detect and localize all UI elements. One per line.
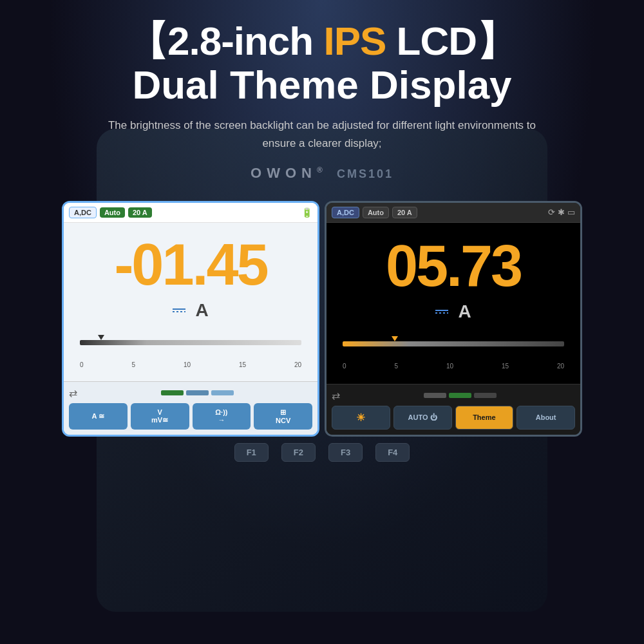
header-section: 【2.8-inch IPS LCD】 Dual Theme Display Th… — [0, 0, 644, 201]
screen-dark: A,DC Auto 20 A ⟳ ✱ ▭ 05.73 A — [325, 201, 582, 437]
fn-btn-ohm-light[interactable]: Ω·))→ — [193, 403, 251, 430]
bottom-bar-dark: ⇄ ☀ AUTO ⏻ Theme About — [327, 384, 580, 435]
ips-text: IPS — [323, 19, 386, 63]
title-line1: 【2.8-inch IPS LCD】 — [26, 19, 618, 63]
scale-dark-20: 20 — [557, 363, 564, 370]
bottom-fkeys[interactable]: F1 F2 F3 F4 — [0, 437, 644, 465]
bluetooth-icon: ✱ — [558, 207, 565, 217]
fn-btn-a-light[interactable]: A ≅ — [69, 403, 128, 430]
registered-symbol: ® — [317, 165, 328, 174]
fkey-f4[interactable]: F4 — [375, 443, 410, 462]
display-area-light: -01.45 A 0 — [64, 223, 317, 381]
bracket-close: LCD】 — [386, 19, 516, 63]
fkey-f1[interactable]: F1 — [234, 443, 269, 462]
fn-btn-about[interactable]: About — [516, 406, 575, 430]
main-value-dark: 05.73 — [386, 237, 521, 295]
scale-bar-dark — [343, 341, 564, 361]
scale-dark-0: 0 — [343, 363, 346, 370]
subtitle-text: The brightness of the screen backlight c… — [97, 117, 547, 151]
unit-row-dark: A — [435, 301, 471, 322]
main-value-light: -01.45 — [114, 236, 267, 294]
ruler-pointer-dark — [392, 336, 398, 341]
fkey-f2[interactable]: F2 — [281, 443, 316, 462]
scale-bar-light — [80, 340, 301, 359]
arrows-icon-light: ⇄ — [69, 387, 77, 399]
unit-dark: A — [458, 301, 471, 322]
indicator-row-dark: ⇄ — [332, 390, 575, 402]
arrows-icon-dark: ⇄ — [332, 390, 340, 402]
function-buttons-light[interactable]: A ≅ VmV≅ Ω·))→ ⊞NCV — [69, 403, 312, 430]
fn-btn-auto[interactable]: AUTO ⏻ — [393, 406, 452, 430]
indicator-row-light: ⇄ — [69, 387, 312, 399]
brand-name: OWON® — [251, 165, 328, 181]
status-icons-dark: ⟳ ✱ ▭ — [548, 207, 575, 217]
title-line2: Dual Theme Display — [26, 63, 618, 107]
model-text: CMS101 — [337, 167, 393, 180]
sync-icon: ⟳ — [548, 207, 555, 217]
dc-symbol-light — [173, 308, 185, 312]
main-container: 【2.8-inch IPS LCD】 Dual Theme Display Th… — [0, 0, 644, 644]
tag-auto-light: Auto — [100, 207, 125, 218]
scale-10: 10 — [184, 361, 191, 368]
tag-adc-light: A,DC — [69, 207, 97, 218]
fn-btn-theme[interactable]: Theme — [455, 406, 514, 430]
ruler-track-light — [80, 340, 301, 345]
scale-0: 0 — [80, 361, 84, 368]
bottom-bar-light: ⇄ A ≅ VmV≅ Ω·))→ ⊞NCV — [64, 381, 317, 435]
function-buttons-dark[interactable]: ☀ AUTO ⏻ Theme About — [332, 406, 575, 430]
fn-btn-ncv-light[interactable]: ⊞NCV — [254, 403, 312, 430]
bar-green — [161, 390, 184, 395]
scale-labels-light: 0 5 10 15 20 — [80, 361, 301, 368]
tag-adc-dark: A,DC — [332, 207, 359, 218]
scale-dark-10: 10 — [446, 363, 453, 370]
bar-gray2 — [474, 393, 497, 398]
battery-icon-dark: ▭ — [567, 207, 575, 217]
indicator-bars-light — [82, 390, 312, 395]
fn-btn-vmv-light[interactable]: VmV≅ — [131, 403, 189, 430]
indicator-bars-dark — [345, 393, 575, 398]
tag-auto-dark: Auto — [363, 207, 389, 218]
status-bar-dark: A,DC Auto 20 A ⟳ ✱ ▭ — [327, 203, 580, 223]
status-bar-light: A,DC Auto 20 A 🔋 — [64, 203, 317, 223]
bracket-open: 【2.8-inch — [128, 19, 324, 63]
display-area-dark: 05.73 A 0 — [327, 223, 580, 384]
scale-15: 15 — [239, 361, 246, 368]
scale-bar-container-light: 0 5 10 15 20 — [77, 334, 305, 368]
ruler-track-dark — [343, 341, 564, 346]
scale-5: 5 — [131, 361, 135, 368]
fkey-f3[interactable]: F3 — [328, 443, 363, 462]
battery-icon-light: 🔋 — [301, 207, 312, 218]
screens-container: A,DC Auto 20 A 🔋 -01.45 A — [0, 201, 644, 437]
bar-gray1 — [424, 393, 446, 398]
bar-green-dark — [449, 393, 471, 398]
scale-dark-15: 15 — [502, 363, 509, 370]
ruler-pointer-light — [98, 335, 104, 340]
bar-blue1 — [186, 390, 209, 395]
tag-20a-dark: 20 A — [392, 207, 417, 218]
unit-row-light: A — [173, 300, 208, 321]
scale-dark-5: 5 — [394, 363, 398, 370]
unit-light: A — [195, 300, 208, 321]
scale-20: 20 — [294, 361, 301, 368]
fn-btn-brightness[interactable]: ☀ — [332, 406, 390, 430]
dc-symbol-dark — [435, 310, 448, 314]
bar-blue2 — [211, 390, 234, 395]
scale-bar-container-dark: 0 5 10 15 20 — [339, 335, 567, 370]
scale-labels-dark: 0 5 10 15 20 — [343, 363, 564, 370]
screen-light: A,DC Auto 20 A 🔋 -01.45 A — [62, 201, 319, 437]
brand-text: OWON® CMS101 — [26, 165, 618, 182]
tag-20a-light: 20 A — [128, 207, 152, 218]
